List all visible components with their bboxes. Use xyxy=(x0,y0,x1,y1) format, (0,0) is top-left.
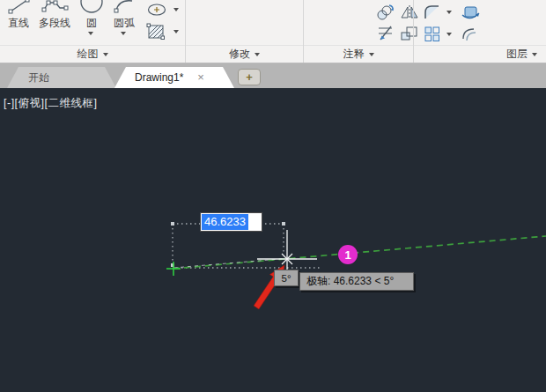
polar-tracking-line xyxy=(173,236,546,269)
polar-tracking-tooltip: 极轴: 46.6233 < 5° xyxy=(299,272,414,291)
grip-dot xyxy=(171,222,174,226)
file-tab-bar: 开始 Drawing1* × + xyxy=(0,63,546,88)
crosshair-cursor xyxy=(257,230,317,273)
panel-draw: 直线 多段线 圆 xyxy=(0,0,186,63)
tab-close-icon[interactable]: × xyxy=(197,72,204,83)
new-tab-button[interactable]: + xyxy=(238,69,261,85)
draw-panel-label[interactable]: 绘图 xyxy=(0,45,185,63)
line-label: 直线 xyxy=(5,16,32,31)
drawing-canvas[interactable]: [-][俯视][二维线框] xyxy=(0,88,546,392)
autocad-window: 直线 多段线 圆 xyxy=(0,0,546,392)
start-point-marker xyxy=(166,262,181,276)
angle-tooltip: 5° xyxy=(274,270,299,286)
polyline-icon xyxy=(41,0,70,12)
arc-dropdown-icon[interactable] xyxy=(121,32,126,35)
ellipse-icon xyxy=(146,3,169,17)
layers-panel-label[interactable]: 图层 xyxy=(414,45,546,63)
line-icon xyxy=(7,0,32,14)
ellipse-dropdown-icon[interactable] xyxy=(173,8,179,11)
panel-modify: 修改 xyxy=(186,0,304,63)
arc-label: 圆弧 xyxy=(111,16,137,31)
ribbon: 直线 多段线 圆 xyxy=(0,0,546,63)
step-badge: 1 xyxy=(338,245,358,264)
circle-icon xyxy=(79,0,104,14)
tab-start[interactable]: 开始 xyxy=(7,67,116,88)
hatch-icon xyxy=(146,23,167,41)
draw-panel-expand-icon xyxy=(103,53,108,56)
arc-icon xyxy=(113,0,136,14)
tab-drawing1[interactable]: Drawing1* × xyxy=(114,67,234,88)
panel-layers: 图层 特性 xyxy=(414,0,546,63)
panel-annotate: A 文字 标注 xyxy=(304,0,414,63)
polyline-label: 多段线 xyxy=(35,16,74,31)
annotate-panel-expand-icon xyxy=(369,53,374,56)
modify-panel-expand-icon xyxy=(255,53,260,56)
plus-icon: + xyxy=(246,70,253,84)
modify-panel-label[interactable]: 修改 xyxy=(186,45,303,63)
circle-label: 圆 xyxy=(79,16,104,31)
circle-dropdown-icon[interactable] xyxy=(88,32,93,35)
annotate-panel-label[interactable]: 注释 xyxy=(304,45,413,63)
dynamic-input-value: 46.6233 xyxy=(202,214,248,230)
drawing-scene xyxy=(0,88,546,392)
hatch-dropdown-icon[interactable] xyxy=(173,30,179,33)
dynamic-input-field[interactable]: 46.6233 xyxy=(200,212,262,232)
grip-dot xyxy=(282,222,285,226)
layers-panel-expand-icon xyxy=(532,53,537,56)
